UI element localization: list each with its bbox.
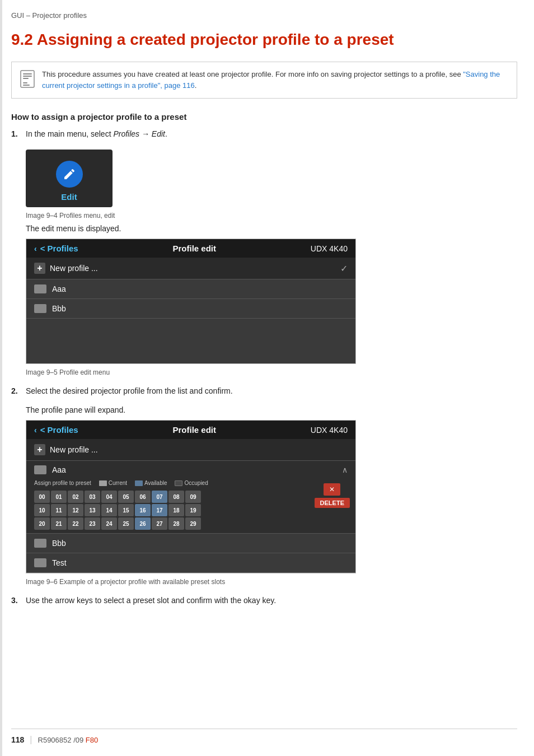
panel-profiles-label-1: < Profiles	[40, 244, 78, 253]
panel-device-1: UDX 4K40	[311, 244, 348, 253]
step-2-text: Select the desired projector profile fro…	[26, 386, 233, 395]
preset-23[interactable]: 23	[85, 517, 100, 530]
preset-27[interactable]: 27	[152, 517, 167, 530]
chapter-title: 9.2 Assigning a created projector profil…	[11, 30, 517, 49]
preset-04[interactable]: 04	[101, 491, 117, 503]
step-3: 3. Use the arrow keys to select a preset…	[11, 596, 517, 610]
svg-rect-4	[23, 82, 27, 83]
swatch-aaa-2	[34, 465, 46, 474]
preset-row-1: 10 11 12 13 14 15 16 17 18 19	[34, 504, 301, 516]
edit-menu-box: Edit	[26, 150, 113, 207]
svg-rect-5	[23, 85, 30, 86]
legend-current-label: Current	[109, 480, 127, 486]
svg-rect-2	[23, 76, 32, 77]
panel-profiles-label-2: < Profiles	[40, 425, 78, 435]
profile-row-test[interactable]: Test	[26, 553, 355, 573]
panel-title-1: Profile edit	[172, 244, 216, 253]
svg-rect-3	[23, 78, 29, 79]
preset-row-0: 00 01 02 03 04 05 06 07 08 09	[34, 491, 301, 503]
step-2-number: 2.	[11, 386, 21, 401]
preset-13[interactable]: 13	[85, 504, 100, 516]
preset-12[interactable]: 12	[68, 504, 83, 516]
preset-18[interactable]: 18	[168, 504, 184, 516]
preset-26[interactable]: 26	[135, 517, 151, 530]
profile-row-aaa-1[interactable]: Aaa	[26, 279, 355, 299]
profile-row-bbb-1[interactable]: Bbb	[26, 299, 355, 319]
preset-11[interactable]: 11	[51, 504, 67, 516]
breadcrumb: GUI – Projector profiles	[11, 11, 517, 20]
preset-01[interactable]: 01	[51, 491, 67, 503]
image-caption-1: Image 9–4 Profiles menu, edit	[26, 212, 517, 220]
swatch-aaa-1	[34, 284, 46, 293]
preset-14[interactable]: 14	[101, 504, 117, 516]
delete-icon: ✕	[324, 483, 340, 496]
preset-20[interactable]: 20	[34, 517, 50, 530]
step-1-text: In the main menu, select Profiles → Edit…	[26, 129, 167, 138]
preset-09[interactable]: 09	[185, 491, 201, 503]
preset-05[interactable]: 05	[118, 491, 134, 503]
step-1-subtext: The edit menu is displayed.	[26, 224, 517, 233]
preset-22[interactable]: 22	[68, 517, 83, 530]
step-1-number: 1.	[11, 129, 21, 144]
delete-area: ✕ DELETE	[309, 479, 355, 510]
back-chevron-2: ‹	[34, 426, 37, 435]
collapse-chevron: ∧	[342, 465, 348, 474]
footer-divider: |	[30, 735, 32, 745]
preset-25[interactable]: 25	[118, 517, 134, 530]
preset-24[interactable]: 24	[101, 517, 117, 530]
profile-panel-1: ‹ < Profiles Profile edit UDX 4K40 + New…	[26, 239, 356, 364]
preset-00[interactable]: 00	[34, 491, 50, 503]
preset-21[interactable]: 21	[51, 517, 67, 530]
delete-button[interactable]: DELETE	[315, 498, 350, 508]
section-heading: How to assign a projector profile to a p…	[11, 112, 517, 122]
preset-17[interactable]: 17	[152, 504, 167, 516]
note-text: This procedure assumes you have created …	[42, 69, 509, 91]
legend-available-swatch	[135, 480, 143, 486]
plus-icon-1: +	[34, 263, 45, 274]
profile-panel-2: ‹ < Profiles Profile edit UDX 4K40 + New…	[26, 420, 356, 573]
plus-icon-2: +	[34, 444, 45, 455]
profile-name-aaa-1: Aaa	[52, 284, 66, 293]
preset-28[interactable]: 28	[168, 517, 184, 530]
footer-doc: R5906852 /09 F80	[38, 736, 99, 744]
new-profile-row-1[interactable]: + New profile ... ✓	[26, 258, 355, 279]
new-profile-label-2: New profile ...	[50, 445, 98, 454]
left-border	[0, 0, 2, 756]
image-caption-5: Image 9–5 Profile edit menu	[26, 368, 517, 376]
assign-label: Assign profile to preset	[34, 480, 91, 486]
preset-10[interactable]: 10	[34, 504, 50, 516]
expanded-profile-name: Aaa	[52, 465, 66, 474]
new-profile-label-1: New profile ...	[50, 264, 98, 273]
empty-area-1	[26, 319, 355, 363]
back-chevron-1: ‹	[34, 244, 37, 253]
preset-29[interactable]: 29	[185, 517, 201, 530]
edit-pencil-icon	[56, 161, 83, 188]
edit-menu-image: Edit Image 9–4 Profiles menu, edit	[26, 150, 517, 220]
panel-header-2: ‹ < Profiles Profile edit UDX 4K40	[26, 421, 355, 439]
preset-06[interactable]: 06	[135, 491, 151, 503]
legend-available-label: Available	[144, 480, 167, 486]
panel-title-2: Profile edit	[172, 425, 216, 435]
panel-header-1: ‹ < Profiles Profile edit UDX 4K40	[26, 239, 355, 258]
profile-name-bbb-1: Bbb	[52, 304, 66, 313]
preset-02[interactable]: 02	[68, 491, 83, 503]
svg-rect-1	[23, 73, 32, 74]
preset-grid: 00 01 02 03 04 05 06 07 08 09	[26, 488, 309, 533]
preset-row-2: 20 21 22 23 24 25 26 27 28 29	[34, 517, 301, 530]
new-profile-row-2[interactable]: + New profile ...	[26, 439, 355, 461]
swatch-bbb-2	[34, 539, 46, 548]
swatch-test	[34, 558, 46, 567]
edit-label: Edit	[61, 192, 77, 202]
profile-row-bbb-2[interactable]: Bbb	[26, 534, 355, 553]
preset-03[interactable]: 03	[85, 491, 100, 503]
step-3-text: Use the arrow keys to select a preset sl…	[26, 596, 276, 605]
step-2-subtext: The profile pane will expand.	[26, 405, 517, 414]
profile-name-test: Test	[52, 558, 67, 567]
preset-16[interactable]: 16	[135, 504, 151, 516]
preset-07[interactable]: 07	[152, 491, 167, 503]
legend-current-swatch	[99, 480, 107, 486]
preset-15[interactable]: 15	[118, 504, 134, 516]
preset-08[interactable]: 08	[168, 491, 184, 503]
preset-19[interactable]: 19	[185, 504, 201, 516]
profile-name-bbb-2: Bbb	[52, 539, 66, 548]
